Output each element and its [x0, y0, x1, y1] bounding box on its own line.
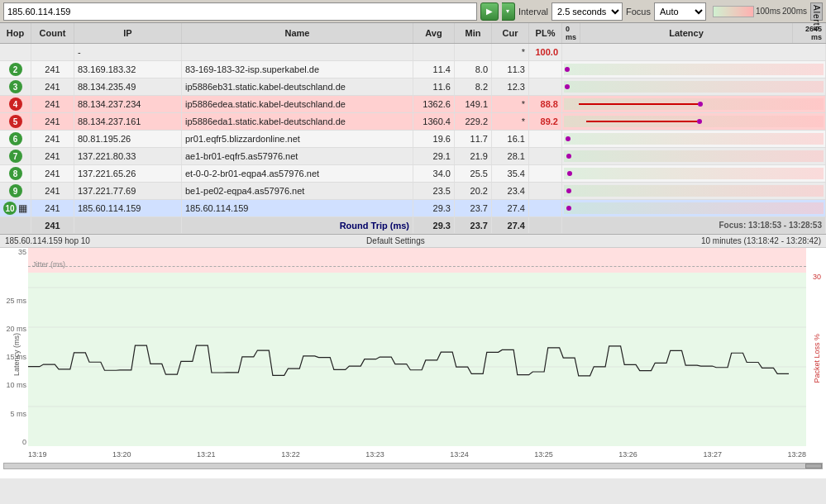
scrollbar-thumb[interactable]	[805, 464, 822, 468]
cell-ip: 137.221.65.26	[74, 165, 182, 183]
x-label-5: 13:24	[450, 450, 469, 459]
cell-hop: 6	[0, 131, 31, 148]
header-hop: Hop	[0, 23, 31, 44]
alerts-button[interactable]: Alerts	[810, 2, 823, 21]
y-label-25: 25 ms	[3, 297, 26, 305]
y-label-35: 35	[3, 248, 26, 256]
chart-area: 185.60.114.159 hop 10 Default Settings 1…	[0, 235, 826, 478]
x-label-0: 13:19	[28, 450, 47, 459]
cell-pl	[529, 148, 562, 165]
cell-min: 8.2	[455, 78, 492, 96]
cell-min	[455, 44, 492, 61]
scale-200ms: 200ms	[782, 7, 807, 16]
x-label-7: 13:26	[618, 450, 637, 459]
y-label-10: 10 ms	[3, 381, 26, 389]
table-row[interactable]: 10▦241185.60.114.159185.60.114.15929.323…	[0, 200, 826, 217]
y-axis-labels: 35 25 ms 20 ms 15 ms 10 ms 5 ms 0	[3, 248, 28, 446]
address-input[interactable]	[3, 2, 477, 21]
cell-name	[182, 44, 413, 61]
cell-pl	[529, 183, 562, 200]
chart-scrollbar[interactable]	[3, 463, 823, 469]
cell-min: 20.2	[455, 183, 492, 200]
table-row[interactable]: 8241137.221.65.26et-0-0-2-br01-eqpa4.as5…	[0, 165, 826, 183]
x-axis: 13:19 13:20 13:21 13:22 13:23 13:24 13:2…	[28, 450, 806, 459]
interval-label: Interval	[518, 7, 548, 17]
cell-latency	[562, 78, 826, 96]
cell-hop: 8	[0, 165, 31, 183]
x-label-4: 13:23	[365, 450, 384, 459]
x-label-3: 13:22	[281, 450, 300, 459]
packet-loss-label: Packet Loss %	[813, 334, 821, 383]
cell-hop: 7	[0, 148, 31, 165]
focus-select[interactable]: Auto Manual	[654, 2, 706, 21]
cell-name: ae1-br01-eqfr5.as57976.net	[182, 148, 413, 165]
total-avg: 29.3	[413, 217, 455, 234]
cell-avg	[413, 44, 455, 61]
play-button[interactable]: ▶	[480, 2, 499, 21]
x-label-8: 13:27	[703, 450, 722, 459]
x-label-6: 13:25	[534, 450, 553, 459]
total-hop	[0, 217, 31, 234]
interval-select[interactable]: 2.5 seconds 5 seconds 10 seconds	[551, 2, 623, 21]
header-max-ms: 2645 ms	[793, 23, 826, 44]
cell-ip: 88.134.237.234	[74, 96, 182, 113]
y-label-5: 5 ms	[3, 410, 26, 418]
latency-range-line	[586, 121, 697, 122]
top-bar: ▶ ▾ Interval 2.5 seconds 5 seconds 10 se…	[0, 0, 826, 23]
cell-cur: 35.4	[492, 165, 529, 183]
latency-bar	[564, 79, 824, 94]
table-row[interactable]: 324188.134.235.49ip5886eb31.static.kabel…	[0, 78, 826, 96]
table-row[interactable]: 524188.134.237.161ip5886eda1.static.kabe…	[0, 113, 826, 131]
latency-dot	[697, 119, 702, 124]
cell-cur: 12.3	[492, 78, 529, 96]
cell-min: 149.1	[455, 96, 492, 113]
cell-hop: 10▦	[0, 200, 31, 217]
table-row[interactable]: 624180.81.195.26pr01.eqfr5.blizzardonlin…	[0, 131, 826, 148]
latency-bar	[564, 114, 824, 129]
total-label: Round Trip (ms)	[182, 217, 413, 234]
latency-dot	[566, 206, 571, 211]
cell-count: 241	[31, 113, 74, 131]
cell-avg: 34.0	[413, 165, 455, 183]
cell-count: 241	[31, 200, 74, 217]
header-cur: Cur	[492, 23, 529, 44]
table-row[interactable]: -*100.0	[0, 44, 826, 61]
latency-dot	[698, 102, 703, 107]
table-row[interactable]: 424188.134.237.234ip5886edea.static.kabe…	[0, 96, 826, 113]
cell-hop	[0, 44, 31, 61]
x-label-2: 13:21	[197, 450, 216, 459]
cell-avg: 29.1	[413, 148, 455, 165]
latency-bar	[564, 45, 824, 59]
cell-pl	[529, 200, 562, 217]
cell-ip: 80.81.195.26	[74, 131, 182, 148]
cell-avg: 29.3	[413, 200, 455, 217]
latency-bar	[564, 201, 824, 216]
latency-bar	[564, 149, 824, 164]
cell-count: 241	[31, 78, 74, 96]
total-focus-range: Focus: 13:18:53 - 13:28:53	[562, 217, 826, 234]
table-row[interactable]: 224183.169.183.3283-169-183-32-isp.super…	[0, 61, 826, 78]
table-row[interactable]: 7241137.221.80.33ae1-br01-eqfr5.as57976.…	[0, 148, 826, 165]
x-label-9: 13:28	[787, 450, 806, 459]
total-cur: 27.4	[492, 217, 529, 234]
latency-bar	[564, 166, 824, 181]
play-dropdown-button[interactable]: ▾	[502, 2, 515, 21]
cell-hop: 9	[0, 183, 31, 200]
cell-cur: *	[492, 113, 529, 131]
bar-chart-icon: ▦	[18, 202, 27, 214]
cell-latency	[562, 200, 826, 217]
total-min: 23.7	[455, 217, 492, 234]
cell-avg: 1360.4	[413, 113, 455, 131]
table-row[interactable]: 9241137.221.77.69be1-pe02-eqpa4.as57976.…	[0, 183, 826, 200]
cell-name: pr01.eqfr5.blizzardonline.net	[182, 131, 413, 148]
right-value-30: 30	[813, 273, 821, 281]
cell-latency	[562, 113, 826, 131]
header-count: Count	[31, 23, 74, 44]
cell-latency	[562, 44, 826, 61]
traceroute-table-area: Hop Count IP Name Avg Min Cur PL% 0 ms L…	[0, 23, 826, 235]
cell-pl: 88.8	[529, 96, 562, 113]
latency-dot	[566, 154, 571, 159]
cell-ip: 83.169.183.32	[74, 61, 182, 78]
cell-count	[31, 44, 74, 61]
cell-min: 21.9	[455, 148, 492, 165]
